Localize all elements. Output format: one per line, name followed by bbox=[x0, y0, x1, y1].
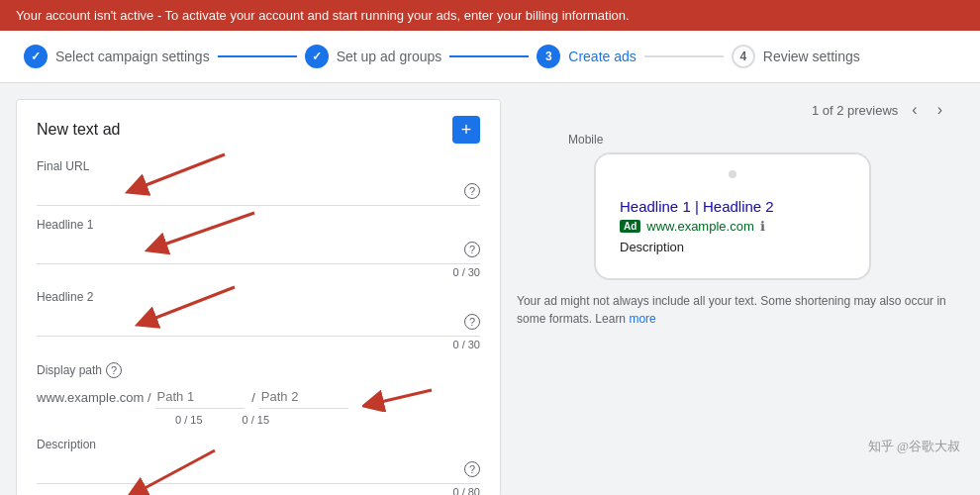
headline1-label: Headline 1 bbox=[37, 218, 480, 232]
ad-url-text: www.example.com bbox=[646, 219, 753, 234]
step-circle-3: 3 bbox=[537, 45, 560, 68]
preview-next-button[interactable]: › bbox=[931, 99, 948, 121]
phone-dot bbox=[729, 170, 736, 178]
step-label-2: Set up ad groups bbox=[337, 49, 442, 64]
form-panel-title: New text ad bbox=[37, 121, 120, 139]
preview-note: Your ad might not always include all you… bbox=[517, 292, 948, 328]
preview-learn-link[interactable]: more bbox=[629, 312, 655, 326]
final-url-input[interactable] bbox=[37, 177, 480, 206]
display-path-inputs: www.example.com / / bbox=[37, 382, 480, 412]
ad-preview-content: Headline 1 | Headline 2 Ad www.example.c… bbox=[612, 190, 853, 262]
description-counter: 0 / 80 bbox=[37, 486, 480, 495]
headline2-input[interactable] bbox=[37, 308, 480, 337]
headline2-field: Headline 2 ? 0 / 30 bbox=[37, 290, 480, 350]
step-circle-2: ✓ bbox=[305, 45, 329, 68]
path1-counter: 0 / 15 bbox=[175, 414, 203, 426]
preview-counter: 1 of 2 previews bbox=[812, 103, 898, 118]
step-line-2 bbox=[449, 55, 529, 57]
path2-input[interactable] bbox=[259, 385, 348, 409]
ad-info-icon: ℹ bbox=[760, 219, 765, 234]
ad-badge: Ad bbox=[620, 220, 640, 233]
svg-line-7 bbox=[372, 390, 432, 404]
path2-counter: 0 / 15 bbox=[243, 414, 270, 426]
headline1-field: Headline 1 ? 0 / 30 bbox=[37, 218, 480, 278]
step-circle-1: ✓ bbox=[24, 45, 48, 68]
ad-preview-description: Description bbox=[620, 240, 845, 254]
description-field: Description ? 0 / 80 bbox=[37, 438, 480, 495]
path1-input[interactable] bbox=[155, 385, 245, 409]
headline1-help-icon[interactable]: ? bbox=[464, 242, 480, 257]
final-url-label: Final URL bbox=[37, 159, 480, 173]
display-path-help-icon[interactable]: ? bbox=[106, 362, 122, 378]
final-url-field: Final URL ? bbox=[37, 159, 480, 206]
form-panel-header: New text ad + bbox=[37, 116, 480, 144]
display-path-section: Display path ? www.example.com / / 0 / 1… bbox=[37, 362, 480, 426]
stepper: ✓ Select campaign settings ✓ Set up ad g… bbox=[0, 31, 980, 83]
main-content: New text ad + Final URL ? Headline 1 ? 0… bbox=[0, 83, 980, 495]
add-ad-button[interactable]: + bbox=[452, 116, 480, 144]
mobile-label: Mobile bbox=[568, 133, 948, 147]
ad-url-row: Ad www.example.com ℹ bbox=[620, 219, 845, 234]
step-setup-adgroups[interactable]: ✓ Set up ad groups bbox=[305, 45, 442, 68]
display-path-label: Display path ? bbox=[37, 362, 480, 378]
preview-prev-button[interactable]: ‹ bbox=[906, 99, 923, 121]
mobile-preview: Headline 1 | Headline 2 Ad www.example.c… bbox=[594, 152, 871, 280]
step-line-3 bbox=[644, 55, 724, 57]
path-base-url: www.example.com / bbox=[37, 390, 151, 405]
step-review-settings[interactable]: 4 Review settings bbox=[732, 45, 860, 68]
headline2-counter: 0 / 30 bbox=[37, 339, 480, 350]
step-label-3: Create ads bbox=[568, 49, 636, 64]
ad-preview-headline: Headline 1 | Headline 2 bbox=[620, 198, 845, 215]
step-create-ads[interactable]: 3 Create ads bbox=[537, 45, 636, 68]
alert-bar: Your account isn't active - To activate … bbox=[0, 0, 980, 31]
headline2-label: Headline 2 bbox=[37, 290, 480, 304]
form-panel: New text ad + Final URL ? Headline 1 ? 0… bbox=[16, 99, 501, 495]
path-separator: / bbox=[248, 390, 255, 405]
watermark: 知乎 @谷歌大叔 bbox=[868, 438, 960, 455]
headline2-help-icon[interactable]: ? bbox=[464, 314, 480, 330]
alert-text: Your account isn't active - To activate … bbox=[16, 8, 630, 23]
step-circle-4: 4 bbox=[732, 45, 755, 68]
step-label-1: Select campaign settings bbox=[55, 49, 210, 64]
headline1-input[interactable] bbox=[37, 236, 480, 264]
description-label: Description bbox=[37, 438, 480, 451]
description-input[interactable] bbox=[37, 455, 480, 484]
headline1-counter: 0 / 30 bbox=[37, 266, 480, 278]
preview-panel: 1 of 2 previews ‹ › Mobile Headline 1 | … bbox=[501, 99, 964, 495]
final-url-help-icon[interactable]: ? bbox=[464, 183, 480, 199]
step-label-4: Review settings bbox=[763, 49, 860, 64]
description-help-icon[interactable]: ? bbox=[464, 461, 480, 477]
step-line-1 bbox=[218, 55, 297, 57]
preview-header: 1 of 2 previews ‹ › bbox=[517, 99, 948, 121]
step-select-campaign[interactable]: ✓ Select campaign settings bbox=[24, 45, 210, 68]
